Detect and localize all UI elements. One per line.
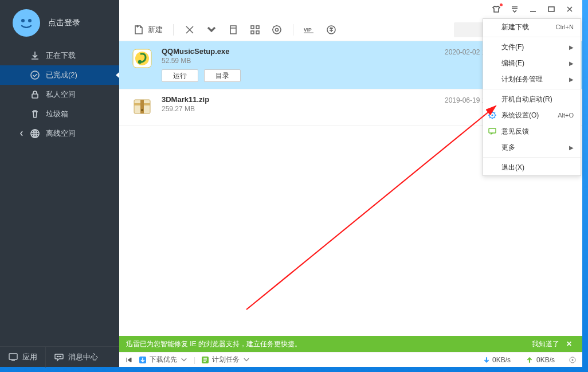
menu-item[interactable]: 计划任务管理▶ (483, 71, 581, 87)
messages-button[interactable]: 消息中心 (45, 347, 106, 367)
menu-item[interactable]: 系统设置(O)Alt+O (483, 107, 581, 123)
file-size: 259.27 MB (162, 105, 445, 113)
svg-point-8 (60, 356, 61, 357)
svg-point-2 (31, 71, 39, 79)
svg-point-15 (276, 28, 279, 31)
menu-toggle-button[interactable] (505, 1, 524, 17)
svg-point-7 (58, 356, 59, 357)
menu-item[interactable]: 退出(X) (483, 159, 581, 175)
menu-item-label: 新建下载 (501, 22, 529, 32)
vip-button[interactable]: VIP (300, 22, 319, 38)
file-name: 3DMark11.zip (162, 95, 445, 104)
titlebar (119, 0, 582, 18)
svg-point-28 (572, 359, 574, 361)
sidebar-item-label: 已完成(2) (46, 70, 77, 80)
file-icon (131, 47, 154, 70)
svg-point-24 (141, 109, 143, 111)
menu-item[interactable]: 文件(F)▶ (483, 39, 581, 55)
maximize-button[interactable] (542, 1, 560, 17)
menu-item-label: 退出(X) (501, 163, 524, 173)
svg-rect-11 (256, 26, 259, 29)
menu-item[interactable]: 编辑(E)▶ (483, 55, 581, 71)
svg-point-1 (28, 19, 32, 22)
chevron-right-icon: ▶ (569, 60, 574, 66)
svg-rect-5 (9, 354, 17, 359)
close-button[interactable] (560, 1, 579, 17)
menu-item-label: 开机自动启动(R) (501, 95, 552, 104)
down-speed: 0KB/s (483, 356, 511, 364)
chevron-right-icon: ▶ (569, 44, 574, 50)
run-button[interactable]: 运行 (162, 69, 198, 82)
file-icon (131, 95, 154, 118)
svg-rect-3 (32, 94, 38, 98)
open-file-button[interactable] (224, 22, 242, 38)
svg-point-20 (138, 60, 142, 64)
menu-item[interactable]: 更多▶ (483, 139, 581, 155)
chevron-right-icon: ▶ (569, 76, 574, 83)
menu-item[interactable]: 意见反馈 (483, 123, 581, 139)
schedule-label: 计划任务 (212, 355, 240, 365)
settings-quick-button[interactable] (268, 22, 286, 38)
menu-item-label: 意见反馈 (501, 127, 529, 136)
new-task-label: 新建 (148, 25, 163, 35)
gear-icon (488, 111, 497, 120)
app-window: 点击登录 正在下载已完成(2)私人空间垃圾箱离线空间 应用 消息中心 (0, 0, 582, 367)
menu-item[interactable]: 开机自动启动(R) (483, 91, 581, 107)
new-task-button[interactable]: 新建 (130, 22, 166, 38)
svg-rect-13 (256, 31, 259, 34)
sidebar-item-downloading[interactable]: 正在下载 (0, 46, 119, 65)
status-bar: 下载优先 | 计划任务 0KB/s 0KB/s (119, 352, 582, 367)
skin-button[interactable] (487, 1, 505, 17)
tip-text: 迅雷已为您智能修复 IE 的浏览器支持，建立任务更快捷。 (126, 339, 528, 349)
sidebar-item-label: 正在下载 (46, 50, 76, 61)
down-speed-value: 0KB/s (492, 356, 511, 364)
coin-button[interactable] (322, 22, 340, 38)
svg-rect-31 (489, 128, 496, 133)
minimize-button[interactable] (524, 1, 542, 17)
separator (293, 24, 293, 36)
menu-shortcut: Alt+O (558, 112, 574, 119)
main-menu: 新建下载Ctrl+N文件(F)▶编辑(E)▶计划任务管理▶开机自动启动(R)系统… (483, 18, 581, 176)
category-button[interactable] (246, 22, 264, 38)
feedback-icon (488, 127, 497, 136)
tip-close-button[interactable]: ✕ (563, 340, 575, 348)
up-speed-value: 0KB/s (536, 356, 555, 364)
status-prev-button[interactable] (125, 356, 133, 364)
menu-item-label: 更多 (501, 143, 515, 152)
menu-separator (483, 37, 581, 37)
status-settings-button[interactable] (569, 356, 577, 364)
menu-item-label: 编辑(E) (501, 58, 524, 68)
menu-separator (483, 157, 581, 158)
file-size: 52.59 MB (162, 57, 445, 65)
apps-button[interactable]: 应用 (0, 347, 45, 367)
up-speed: 0KB/s (526, 356, 555, 364)
sidebar-item-recycle[interactable]: 垃圾箱 (0, 104, 119, 124)
tip-ok-button[interactable]: 我知道了 (528, 339, 563, 349)
menu-shortcut: Ctrl+N (556, 24, 574, 30)
profile-area[interactable]: 点击登录 (0, 0, 119, 46)
svg-rect-9 (548, 7, 554, 11)
sidebar-item-completed[interactable]: 已完成(2) (0, 65, 119, 85)
tip-bar: 迅雷已为您智能修复 IE 的浏览器支持，建立任务更快捷。 我知道了 ✕ (119, 336, 582, 352)
svg-point-6 (57, 356, 57, 357)
notification-dot-icon (500, 3, 503, 6)
schedule-button[interactable]: 计划任务 (201, 355, 250, 365)
main: 新建 VIP QQMusicSetup.exe 52.59 MB 运行 目录 2… (119, 0, 582, 367)
menu-separator (483, 89, 581, 89)
sidebar-item-private[interactable]: 私人空间 (0, 85, 119, 104)
open-folder-button[interactable]: 目录 (204, 69, 241, 82)
sidebar-bottom: 应用 消息中心 (0, 346, 119, 367)
login-label: 点击登录 (48, 18, 80, 28)
sidebar-item-label: 垃圾箱 (46, 109, 68, 119)
menu-item[interactable]: 新建下载Ctrl+N (483, 19, 581, 35)
delete-dropdown[interactable] (202, 22, 221, 38)
messages-label: 消息中心 (68, 352, 98, 362)
menu-item-label: 系统设置(O) (501, 111, 539, 120)
separator (173, 24, 174, 36)
sidebar-item-label: 离线空间 (46, 128, 76, 139)
priority-button[interactable]: 下载优先 (139, 355, 188, 365)
delete-button[interactable] (181, 22, 199, 38)
menu-item-label: 文件(F) (501, 42, 524, 52)
sidebar-item-offline[interactable]: 离线空间 (0, 124, 119, 143)
nav: 正在下载已完成(2)私人空间垃圾箱离线空间 (0, 46, 119, 346)
